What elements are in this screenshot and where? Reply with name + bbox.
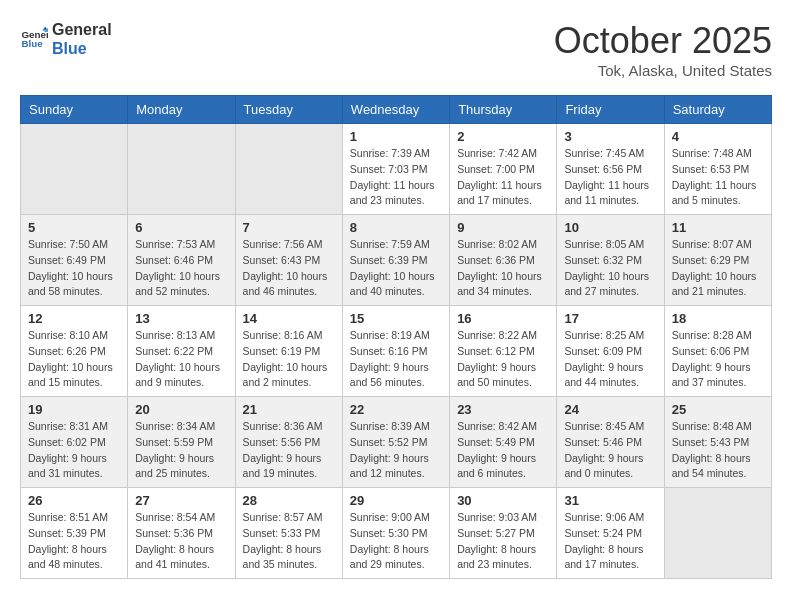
calendar-cell: 1Sunrise: 7:39 AMSunset: 7:03 PMDaylight… [342, 124, 449, 215]
day-info: Sunrise: 8:57 AMSunset: 5:33 PMDaylight:… [243, 510, 335, 573]
weekday-header-monday: Monday [128, 96, 235, 124]
calendar-cell: 6Sunrise: 7:53 AMSunset: 6:46 PMDaylight… [128, 215, 235, 306]
day-info: Sunrise: 7:39 AMSunset: 7:03 PMDaylight:… [350, 146, 442, 209]
day-number: 10 [564, 220, 656, 235]
calendar-cell: 25Sunrise: 8:48 AMSunset: 5:43 PMDayligh… [664, 397, 771, 488]
calendar-week-1: 1Sunrise: 7:39 AMSunset: 7:03 PMDaylight… [21, 124, 772, 215]
day-number: 18 [672, 311, 764, 326]
day-number: 22 [350, 402, 442, 417]
calendar-cell: 30Sunrise: 9:03 AMSunset: 5:27 PMDayligh… [450, 488, 557, 579]
calendar-week-5: 26Sunrise: 8:51 AMSunset: 5:39 PMDayligh… [21, 488, 772, 579]
day-number: 17 [564, 311, 656, 326]
day-number: 16 [457, 311, 549, 326]
day-number: 9 [457, 220, 549, 235]
day-info: Sunrise: 8:22 AMSunset: 6:12 PMDaylight:… [457, 328, 549, 391]
day-info: Sunrise: 8:19 AMSunset: 6:16 PMDaylight:… [350, 328, 442, 391]
day-number: 19 [28, 402, 120, 417]
calendar-body: 1Sunrise: 7:39 AMSunset: 7:03 PMDaylight… [21, 124, 772, 579]
day-info: Sunrise: 7:42 AMSunset: 7:00 PMDaylight:… [457, 146, 549, 209]
day-info: Sunrise: 7:45 AMSunset: 6:56 PMDaylight:… [564, 146, 656, 209]
day-number: 13 [135, 311, 227, 326]
day-number: 1 [350, 129, 442, 144]
logo-text-blue: Blue [52, 39, 112, 58]
calendar-cell: 11Sunrise: 8:07 AMSunset: 6:29 PMDayligh… [664, 215, 771, 306]
calendar-cell: 9Sunrise: 8:02 AMSunset: 6:36 PMDaylight… [450, 215, 557, 306]
day-number: 20 [135, 402, 227, 417]
calendar-cell: 8Sunrise: 7:59 AMSunset: 6:39 PMDaylight… [342, 215, 449, 306]
calendar-cell [21, 124, 128, 215]
calendar-cell: 19Sunrise: 8:31 AMSunset: 6:02 PMDayligh… [21, 397, 128, 488]
day-number: 24 [564, 402, 656, 417]
weekday-header-friday: Friday [557, 96, 664, 124]
day-info: Sunrise: 8:31 AMSunset: 6:02 PMDaylight:… [28, 419, 120, 482]
weekday-header-thursday: Thursday [450, 96, 557, 124]
day-number: 8 [350, 220, 442, 235]
calendar-cell: 4Sunrise: 7:48 AMSunset: 6:53 PMDaylight… [664, 124, 771, 215]
location: Tok, Alaska, United States [554, 62, 772, 79]
day-info: Sunrise: 8:36 AMSunset: 5:56 PMDaylight:… [243, 419, 335, 482]
calendar-cell: 24Sunrise: 8:45 AMSunset: 5:46 PMDayligh… [557, 397, 664, 488]
day-number: 12 [28, 311, 120, 326]
day-info: Sunrise: 8:13 AMSunset: 6:22 PMDaylight:… [135, 328, 227, 391]
day-number: 4 [672, 129, 764, 144]
weekday-header-row: SundayMondayTuesdayWednesdayThursdayFrid… [21, 96, 772, 124]
calendar-cell: 13Sunrise: 8:13 AMSunset: 6:22 PMDayligh… [128, 306, 235, 397]
calendar-cell: 7Sunrise: 7:56 AMSunset: 6:43 PMDaylight… [235, 215, 342, 306]
day-number: 28 [243, 493, 335, 508]
day-info: Sunrise: 8:42 AMSunset: 5:49 PMDaylight:… [457, 419, 549, 482]
calendar-cell: 15Sunrise: 8:19 AMSunset: 6:16 PMDayligh… [342, 306, 449, 397]
calendar-cell: 31Sunrise: 9:06 AMSunset: 5:24 PMDayligh… [557, 488, 664, 579]
day-info: Sunrise: 8:02 AMSunset: 6:36 PMDaylight:… [457, 237, 549, 300]
day-number: 30 [457, 493, 549, 508]
day-number: 23 [457, 402, 549, 417]
day-info: Sunrise: 8:10 AMSunset: 6:26 PMDaylight:… [28, 328, 120, 391]
calendar-cell: 23Sunrise: 8:42 AMSunset: 5:49 PMDayligh… [450, 397, 557, 488]
day-number: 14 [243, 311, 335, 326]
weekday-header-wednesday: Wednesday [342, 96, 449, 124]
day-info: Sunrise: 8:07 AMSunset: 6:29 PMDaylight:… [672, 237, 764, 300]
calendar-cell: 12Sunrise: 8:10 AMSunset: 6:26 PMDayligh… [21, 306, 128, 397]
calendar-week-3: 12Sunrise: 8:10 AMSunset: 6:26 PMDayligh… [21, 306, 772, 397]
calendar-cell: 29Sunrise: 9:00 AMSunset: 5:30 PMDayligh… [342, 488, 449, 579]
calendar-cell: 22Sunrise: 8:39 AMSunset: 5:52 PMDayligh… [342, 397, 449, 488]
logo-icon: General Blue [20, 25, 48, 53]
day-info: Sunrise: 8:05 AMSunset: 6:32 PMDaylight:… [564, 237, 656, 300]
day-number: 29 [350, 493, 442, 508]
day-info: Sunrise: 7:56 AMSunset: 6:43 PMDaylight:… [243, 237, 335, 300]
page-header: General Blue General Blue October 2025 T… [20, 20, 772, 79]
day-info: Sunrise: 9:03 AMSunset: 5:27 PMDaylight:… [457, 510, 549, 573]
day-info: Sunrise: 9:06 AMSunset: 5:24 PMDaylight:… [564, 510, 656, 573]
logo: General Blue General Blue [20, 20, 112, 58]
calendar-week-2: 5Sunrise: 7:50 AMSunset: 6:49 PMDaylight… [21, 215, 772, 306]
calendar-cell: 10Sunrise: 8:05 AMSunset: 6:32 PMDayligh… [557, 215, 664, 306]
calendar-cell: 18Sunrise: 8:28 AMSunset: 6:06 PMDayligh… [664, 306, 771, 397]
title-block: October 2025 Tok, Alaska, United States [554, 20, 772, 79]
calendar-cell: 26Sunrise: 8:51 AMSunset: 5:39 PMDayligh… [21, 488, 128, 579]
calendar-cell: 14Sunrise: 8:16 AMSunset: 6:19 PMDayligh… [235, 306, 342, 397]
day-info: Sunrise: 8:54 AMSunset: 5:36 PMDaylight:… [135, 510, 227, 573]
day-info: Sunrise: 8:28 AMSunset: 6:06 PMDaylight:… [672, 328, 764, 391]
weekday-header-tuesday: Tuesday [235, 96, 342, 124]
day-number: 15 [350, 311, 442, 326]
calendar-cell: 3Sunrise: 7:45 AMSunset: 6:56 PMDaylight… [557, 124, 664, 215]
weekday-header-sunday: Sunday [21, 96, 128, 124]
day-info: Sunrise: 8:48 AMSunset: 5:43 PMDaylight:… [672, 419, 764, 482]
day-info: Sunrise: 8:16 AMSunset: 6:19 PMDaylight:… [243, 328, 335, 391]
calendar-week-4: 19Sunrise: 8:31 AMSunset: 6:02 PMDayligh… [21, 397, 772, 488]
day-info: Sunrise: 7:48 AMSunset: 6:53 PMDaylight:… [672, 146, 764, 209]
day-number: 5 [28, 220, 120, 235]
svg-text:Blue: Blue [21, 39, 43, 50]
weekday-header-saturday: Saturday [664, 96, 771, 124]
logo-text-general: General [52, 20, 112, 39]
day-number: 31 [564, 493, 656, 508]
day-number: 7 [243, 220, 335, 235]
calendar-cell [128, 124, 235, 215]
day-number: 11 [672, 220, 764, 235]
day-number: 6 [135, 220, 227, 235]
calendar-cell [664, 488, 771, 579]
day-number: 21 [243, 402, 335, 417]
calendar-cell: 5Sunrise: 7:50 AMSunset: 6:49 PMDaylight… [21, 215, 128, 306]
calendar: SundayMondayTuesdayWednesdayThursdayFrid… [20, 95, 772, 579]
day-number: 26 [28, 493, 120, 508]
calendar-cell: 20Sunrise: 8:34 AMSunset: 5:59 PMDayligh… [128, 397, 235, 488]
